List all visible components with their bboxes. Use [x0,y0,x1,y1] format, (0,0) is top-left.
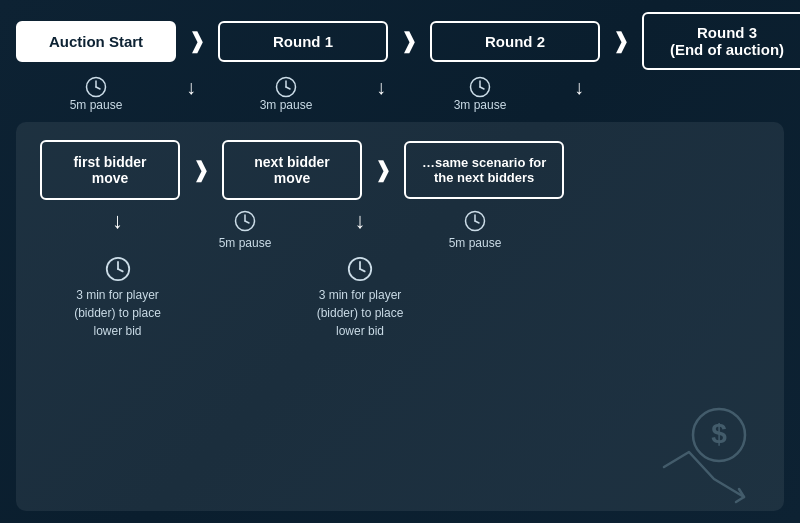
step-auction-start: Auction Start [16,21,176,62]
bidder-arrow-1: ❱ [192,157,210,183]
bottom-detail-area: ↓ 5m pause ↓ 5m pause [40,210,760,250]
arrow-2: ❱ [400,28,418,54]
step-next-bidder: next bidder move [222,140,362,200]
time-text-1: 3 min for player(bidder) to placelower b… [74,286,161,340]
pause-2-label: 3m pause [260,98,313,112]
step-round3: Round 3 (End of auction) [642,12,800,70]
clock-icon-1 [85,76,107,98]
time-col-1: 3 min for player(bidder) to placelower b… [40,256,195,340]
svg-line-2 [96,87,100,89]
bottom-pause-1: 5m pause [219,236,272,250]
clock-icon-2 [275,76,297,98]
dollar-chart-svg: $ [654,407,764,507]
pause-2-col: 3m pause [216,76,356,112]
bidder-steps-row: first bidder move ❱ next bidder move ❱ …… [40,140,760,200]
svg-line-11 [245,221,249,223]
svg-line-8 [480,87,484,89]
arrow-3: ❱ [612,28,630,54]
bottom-panel: first bidder move ❱ next bidder move ❱ …… [16,122,784,511]
down-arrow-2: ↓ [366,76,396,99]
top-section: Auction Start ❱ Round 1 ❱ Round 2 ❱ Roun… [16,12,784,112]
top-steps-row: Auction Start ❱ Round 1 ❱ Round 2 ❱ Roun… [16,12,784,70]
step-round2: Round 2 [430,21,600,62]
time-detail-row: 3 min for player(bidder) to placelower b… [40,256,760,340]
svg-line-5 [286,87,290,89]
detail-arrow-2: ↓ [355,210,366,232]
pause-row: 5m pause ↓ 3m pause ↓ 3m pause [16,76,784,112]
step-round1: Round 1 [218,21,388,62]
pause-3-col: 3m pause [410,76,550,112]
clock-icon-7 [347,256,373,282]
down-arrow-1: ↓ [176,76,206,99]
detail-col-3: ↓ [295,210,425,232]
clock-icon-5 [464,210,486,232]
bidder-arrow-2: ❱ [374,157,392,183]
round3-label: Round 3 (End of auction) [670,24,784,58]
detail-arrow-1: ↓ [112,210,123,232]
detail-col-1: ↓ [40,210,195,232]
svg-line-20 [360,269,365,271]
svg-line-17 [118,269,123,271]
time-text-2: 3 min for player(bidder) to placelower b… [317,286,404,340]
arrow-1: ❱ [188,28,206,54]
time-col-2: 3 min for player(bidder) to placelower b… [295,256,425,340]
step-first-bidder: first bidder move [40,140,180,200]
pause-1-col: 5m pause [16,76,176,112]
pause-3-label: 3m pause [454,98,507,112]
dollar-trend-icon: $ [654,407,764,511]
detail-pause-col-2: 5m pause [425,210,525,250]
clock-icon-4 [234,210,256,232]
clock-icon-3 [469,76,491,98]
svg-text:$: $ [711,418,727,449]
step-same-scenario: …same scenario for the next bidders [404,141,564,199]
bottom-pause-2: 5m pause [449,236,502,250]
pause-1-label: 5m pause [70,98,123,112]
clock-icon-6 [105,256,131,282]
detail-pause-col-1: 5m pause [195,210,295,250]
down-arrow-3: ↓ [564,76,594,99]
svg-line-14 [475,221,479,223]
